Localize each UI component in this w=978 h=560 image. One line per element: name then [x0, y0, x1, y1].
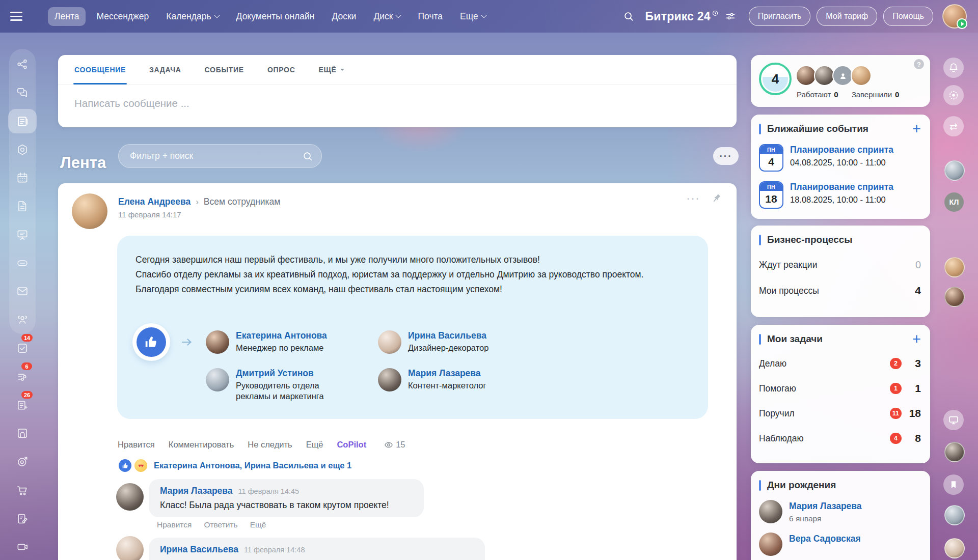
more-action[interactable]: Ещё: [306, 440, 323, 450]
boards-icon[interactable]: [13, 226, 32, 244]
mail-icon[interactable]: [13, 282, 32, 300]
settings-sliders-icon[interactable]: [725, 11, 736, 21]
chat-transfer-icon[interactable]: ⇄: [943, 116, 964, 136]
nav-item-more[interactable]: Еще: [453, 7, 493, 26]
tasks-counter-circle[interactable]: 4: [759, 63, 792, 95]
reactions-names-link[interactable]: Екатерина Антонова, Ирина Васильева и ещ…: [154, 461, 351, 470]
comment-author-link[interactable]: Ирина Васильева: [160, 544, 238, 555]
employees-icon[interactable]: [13, 311, 32, 329]
comment-like-action[interactable]: Нравится: [157, 520, 192, 529]
avatar[interactable]: [759, 533, 782, 556]
add-task-button[interactable]: +: [912, 334, 921, 344]
event-item[interactable]: ПН 18 Планирование спринта 18.08.2025, 1…: [751, 181, 930, 209]
tab-poll[interactable]: ОПРОС: [267, 55, 295, 84]
birthday-name-link[interactable]: Вера Садовская: [789, 534, 861, 544]
floating-avatar[interactable]: [944, 538, 965, 558]
unfollow-action[interactable]: Не следить: [248, 440, 292, 450]
person-avatar[interactable]: [206, 330, 229, 354]
tab-event[interactable]: СОБЫТИЕ: [205, 55, 244, 84]
sales-icon[interactable]: [13, 368, 32, 386]
my-plan-button[interactable]: Мой тариф: [817, 7, 877, 26]
screen-share-icon[interactable]: [943, 410, 964, 430]
person-name-link[interactable]: Дмитрий Устинов: [236, 368, 338, 379]
event-item[interactable]: ПН 4 Планирование спринта 04.08.2025, 10…: [751, 144, 930, 172]
nav-item-feed[interactable]: Лента: [48, 7, 86, 26]
nav-item-calendar[interactable]: Календарь: [159, 7, 225, 26]
author-link[interactable]: Елена Андреева: [118, 197, 191, 207]
reactions-row[interactable]: ♥♥ Екатерина Антонова, Ирина Васильева и…: [118, 458, 351, 473]
task-row-doing[interactable]: Делаю 2 3: [751, 357, 930, 370]
post-menu-icon[interactable]: ···: [686, 195, 700, 201]
person-name-link[interactable]: Мария Лазарева: [408, 368, 486, 379]
birthday-item[interactable]: Вера Садовская: [751, 533, 930, 556]
nav-item-messenger[interactable]: Мессенджер: [90, 7, 155, 26]
task-row-watching[interactable]: Наблюдаю 4 8: [751, 432, 930, 444]
search-icon[interactable]: [623, 11, 634, 22]
nav-item-documents[interactable]: Документы онлайн: [230, 7, 321, 26]
feed-more-button[interactable]: ···: [713, 147, 739, 165]
message-input[interactable]: Написать сообщение ...: [58, 85, 737, 122]
market-icon[interactable]: [13, 481, 32, 499]
floating-avatar[interactable]: [944, 287, 965, 307]
company-icon[interactable]: [13, 424, 32, 442]
initials-avatar[interactable]: КЛ: [944, 192, 964, 212]
nav-item-drive[interactable]: Диск: [367, 7, 407, 26]
help-icon[interactable]: ?: [914, 59, 924, 69]
notifications-bell-icon[interactable]: [943, 58, 964, 78]
marketing-icon[interactable]: [13, 453, 32, 471]
vibe-icon[interactable]: [13, 55, 32, 73]
nav-item-boards[interactable]: Доски: [325, 7, 363, 26]
task-row-helping[interactable]: Помогаю 1 1: [751, 382, 930, 395]
event-title-link[interactable]: Планирование спринта: [790, 182, 893, 192]
author-avatar[interactable]: [72, 193, 107, 229]
pin-icon[interactable]: [711, 192, 722, 204]
person-avatar[interactable]: [206, 368, 229, 391]
birthday-name-link[interactable]: Мария Лазарева: [789, 501, 862, 512]
person-name-link[interactable]: Екатерина Антонова: [236, 330, 327, 341]
avatar[interactable]: [851, 65, 872, 86]
person-avatar[interactable]: [378, 330, 401, 354]
comment-action[interactable]: Комментировать: [169, 440, 234, 450]
floating-avatar[interactable]: [944, 442, 965, 462]
news-feed-icon[interactable]: [8, 109, 37, 133]
person-avatar[interactable]: [378, 368, 401, 391]
nav-item-mail[interactable]: Почта: [411, 7, 449, 26]
sign-icon[interactable]: [13, 510, 32, 528]
filter-search-input[interactable]: [129, 150, 302, 162]
comment-reply-action[interactable]: Ответить: [204, 520, 237, 529]
audience-link[interactable]: Всем сотрудникам: [204, 197, 281, 207]
floating-avatar[interactable]: [944, 257, 965, 277]
tab-task[interactable]: ЗАДАЧА: [149, 55, 181, 84]
add-event-button[interactable]: +: [912, 124, 921, 134]
like-action[interactable]: Нравится: [118, 440, 155, 450]
comment-avatar[interactable]: [116, 536, 144, 560]
birthday-item[interactable]: Мария Лазарева 6 января: [751, 500, 930, 523]
tasks-icon[interactable]: [13, 339, 32, 357]
invite-button[interactable]: Пригласить: [749, 7, 811, 26]
gallery-icon[interactable]: [13, 538, 32, 556]
recorder-icon[interactable]: [943, 85, 964, 105]
drive-icon[interactable]: [13, 254, 32, 272]
bp-row[interactable]: Мои процессы 4: [751, 285, 930, 297]
event-title-link[interactable]: Планирование спринта: [790, 145, 893, 155]
tab-more[interactable]: ЕЩЁ: [319, 55, 344, 84]
chats-icon[interactable]: [13, 83, 32, 102]
documents-icon[interactable]: [13, 197, 32, 215]
comment-avatar[interactable]: [116, 483, 144, 511]
tab-message[interactable]: СООБЩЕНИЕ: [74, 55, 126, 84]
comment-more-action[interactable]: Ещё: [250, 520, 266, 529]
bp-row[interactable]: Ждут реакции 0: [751, 259, 930, 271]
task-row-delegated[interactable]: Поручил 11 18: [751, 407, 930, 419]
avatar-placeholder[interactable]: [832, 65, 853, 86]
floating-avatar[interactable]: [944, 160, 965, 181]
profile-avatar[interactable]: [942, 4, 967, 29]
crm-icon[interactable]: [13, 141, 32, 159]
copilot-action[interactable]: CoPilot: [337, 440, 366, 450]
avatar[interactable]: [814, 65, 835, 86]
comment-author-link[interactable]: Мария Лазарева: [160, 486, 233, 496]
calendar-icon[interactable]: [13, 169, 32, 187]
feed-filter[interactable]: [118, 144, 322, 168]
person-name-link[interactable]: Ирина Васильева: [408, 330, 488, 341]
hamburger-menu-button[interactable]: [10, 9, 25, 24]
help-button[interactable]: Помощь: [883, 7, 933, 26]
